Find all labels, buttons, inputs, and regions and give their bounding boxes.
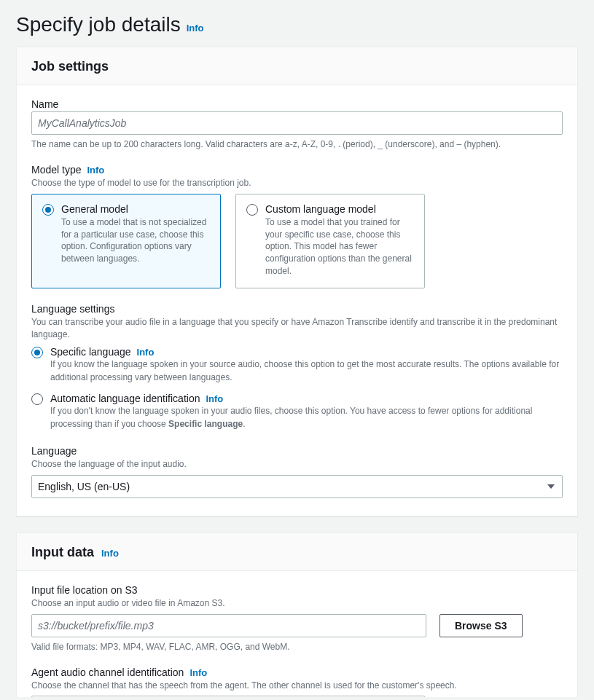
specific-language-info-link[interactable]: Info: [137, 347, 155, 358]
input-data-header: Input data Info: [17, 533, 577, 571]
name-hint: The name can be up to 200 characters lon…: [31, 139, 563, 149]
agent-channel-select[interactable]: Channel 1: [31, 696, 425, 697]
custom-model-desc: To use a model that you trained for your…: [265, 216, 414, 278]
model-type-info-link[interactable]: Info: [87, 165, 104, 176]
model-type-field: Model type Info Choose the type of model…: [31, 164, 563, 288]
input-location-label: Input file location on S3: [31, 584, 563, 596]
model-type-label: Model type: [31, 164, 81, 176]
language-label: Language: [31, 445, 563, 457]
auto-language-info-link[interactable]: Info: [206, 393, 223, 404]
specific-language-title: Specific language: [50, 346, 131, 358]
language-select[interactable]: English, US (en-US): [31, 475, 563, 498]
language-settings-field: Language settings You can transcribe you…: [31, 303, 563, 430]
job-settings-title: Job settings: [31, 59, 109, 74]
radio-icon: [42, 204, 54, 216]
input-data-title: Input data: [31, 545, 94, 560]
general-model-title: General model: [61, 203, 210, 215]
specific-language-option[interactable]: Specific language Info If you know the l…: [31, 346, 563, 384]
agent-channel-hint: Choose the channel that has the speech f…: [31, 680, 563, 692]
language-field: Language Choose the language of the inpu…: [31, 445, 563, 498]
agent-channel-info-link[interactable]: Info: [189, 667, 207, 678]
page-title: Specify job details: [16, 13, 181, 36]
custom-model-title: Custom language model: [265, 203, 414, 215]
language-select-value: English, US (en-US): [38, 481, 130, 492]
input-location-field: Input file location on S3 Choose an inpu…: [31, 584, 563, 652]
chevron-down-icon: [547, 484, 555, 489]
input-location-hint: Choose an input audio or video file in A…: [31, 597, 563, 610]
model-type-general-tile[interactable]: General model To use a model that is not…: [31, 194, 221, 288]
language-hint: Choose the language of the input audio.: [31, 458, 563, 471]
radio-icon: [31, 393, 43, 405]
browse-s3-button[interactable]: Browse S3: [439, 614, 523, 637]
page-header: Specify job details Info: [3, 13, 591, 47]
job-settings-header: Job settings: [17, 47, 577, 85]
agent-channel-field: Agent audio channel identification Info …: [31, 666, 563, 697]
radio-icon: [246, 204, 258, 216]
name-field: Name The name can be up to 200 character…: [31, 98, 563, 149]
name-label: Name: [31, 98, 563, 110]
input-data-info-link[interactable]: Info: [101, 548, 119, 559]
language-settings-hint: You can transcribe your audio file in a …: [31, 316, 563, 341]
general-model-desc: To use a model that is not specialized f…: [61, 216, 210, 265]
agent-channel-label: Agent audio channel identification: [31, 666, 184, 678]
name-input[interactable]: [31, 111, 563, 135]
radio-icon: [31, 347, 43, 358]
auto-language-title: Automatic language identification: [50, 393, 200, 404]
input-location-formats: Valid file formats: MP3, MP4, WAV, FLAC,…: [31, 642, 563, 652]
specific-language-desc: If you know the language spoken in your …: [50, 358, 563, 384]
input-location-input[interactable]: [31, 614, 426, 637]
input-data-panel: Input data Info Input file location on S…: [16, 532, 578, 697]
language-settings-label: Language settings: [31, 303, 563, 315]
job-settings-panel: Job settings Name The name can be up to …: [16, 47, 578, 516]
page-info-link[interactable]: Info: [187, 23, 204, 34]
model-type-hint: Choose the type of model to use for the …: [31, 177, 563, 189]
auto-language-desc: If you don't know the language spoken in…: [50, 405, 563, 430]
auto-language-option[interactable]: Automatic language identification Info I…: [31, 393, 563, 430]
model-type-custom-tile[interactable]: Custom language model To use a model tha…: [235, 194, 425, 288]
